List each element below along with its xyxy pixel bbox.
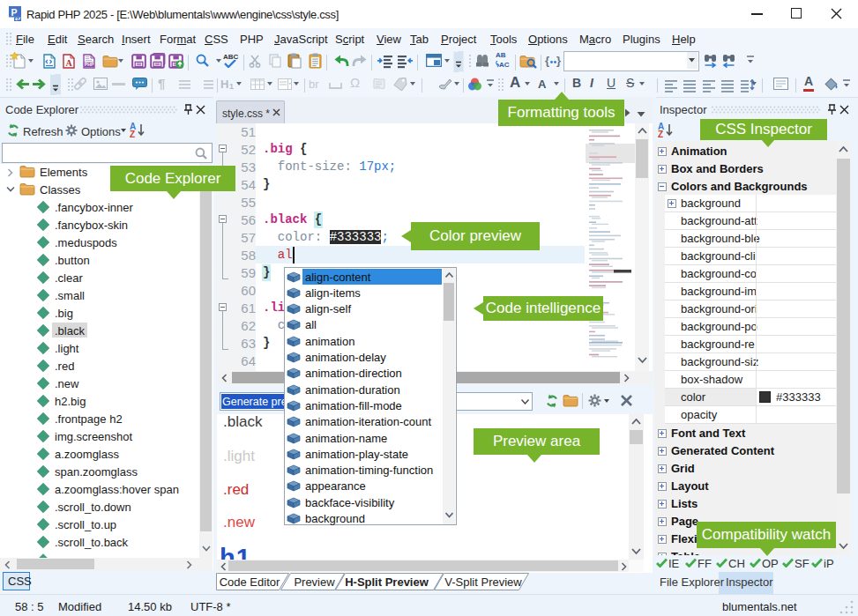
svg-text:Preview: Preview [294,575,335,589]
svg-text:Code Editor: Code Editor [220,575,280,589]
svg-text:V-Split Preview: V-Split Preview [444,575,522,589]
svg-text:P: P [11,7,17,18]
svg-text:PHP: PHP [85,62,94,67]
svg-text:A: A [66,58,73,68]
svg-text:H-Split Preview: H-Split Preview [345,575,429,589]
